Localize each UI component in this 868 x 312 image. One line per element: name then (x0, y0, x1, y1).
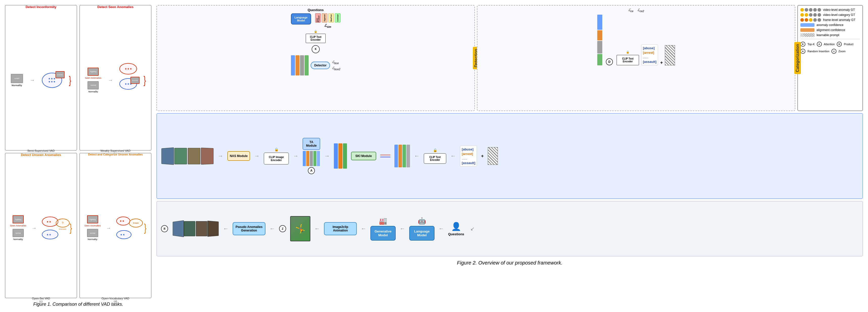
arrow-bottom-4: ← (361, 225, 366, 232)
detection-block: Questions Language Model (156, 5, 475, 111)
main-container: Detect Inconformity crowd Normality → ★★… (0, 0, 868, 312)
legend-item-4: anomaly confidence (800, 23, 860, 27)
random-symbol: R (800, 49, 805, 54)
cell-open-vocab: Detect and Categorize Unseen Anomalies F… (80, 153, 151, 299)
top-row: Questions Language Model (156, 5, 863, 111)
hatch-box-right (488, 147, 498, 165)
ta-module-box: TA Module (303, 138, 320, 150)
text-labels-box: [abuse] [arrest] ...... [assault] (641, 44, 658, 65)
arrow-4: → (324, 153, 330, 159)
categorization-vertical-label: Categorization (794, 42, 801, 74)
legend-item-1: video-level anomaly GT (800, 8, 860, 11)
generative-model-box: Generative Model (370, 226, 396, 241)
product-circle: D (606, 58, 613, 65)
arrow-bottom-1: ← (223, 225, 228, 232)
legend-item-6: learnable prompt (800, 33, 860, 37)
arrow-2: → (254, 153, 260, 159)
cell-d-label: Open-Vocabulary VAD (82, 297, 149, 300)
arrow-6: ← (451, 153, 456, 159)
text-labels-right: [abuse] [arrest] ...... [assault] (460, 146, 477, 166)
cell-b-title: Detect Seen Anomalies (97, 5, 133, 9)
learnable-prompt-box (665, 45, 675, 65)
product-symbol: D (837, 42, 842, 47)
bottom-row: R ← Pseudo Anomalies Generation ← Z 🤸 ← (156, 201, 863, 256)
categorization-block: ℒce ℒce2 D (477, 5, 795, 111)
cell-d-title: Detect and Categorize Unseen Anomalies (88, 153, 143, 156)
img2clip-box: Image2clip Animation (324, 222, 357, 235)
arrow-bottom-6: ← (438, 225, 444, 232)
legend-block: video-level anomaly GT video-level categ… (797, 5, 863, 111)
cell-c-label: Open-Set VAD (7, 297, 75, 300)
figure2-panel: Questions Language Model (156, 5, 863, 307)
clip-image-encoder-box: CLIP Image Encoder (264, 153, 289, 164)
clip-text-encoder-right: CLIP Text Encoder (424, 153, 446, 164)
nas-module-box: NAS Module (227, 151, 250, 161)
cell-open-set: Detect Unseen Anomalies Fighting Seen An… (5, 153, 77, 299)
arrow-5: ← (414, 153, 420, 159)
cell-weakly-supervised: Detect Seen Anomalies Fighting Seen Anom… (80, 5, 151, 151)
label-arrest: [arrest] (643, 51, 656, 55)
cell-semi-supervised: Detect Inconformity crowd Normality → ★★… (5, 5, 77, 151)
arrow-bottom-3: ← (314, 225, 320, 232)
arrow-bottom-5: ← (400, 225, 405, 232)
attention-symbol: A (817, 42, 822, 47)
cell-b-label: Weakly Supervised VAD (82, 149, 149, 152)
language-model-bottom-box: Language Model (409, 226, 434, 241)
cell-a-label: Semi-Supervised VAD (7, 149, 75, 152)
topk-symbol: K (800, 42, 805, 47)
label-assault: [assault] (643, 60, 656, 64)
cell-c-title: Detect Unseen Anomalies (21, 153, 61, 157)
arrow-1: → (218, 153, 223, 159)
video-frames (161, 148, 214, 164)
figure1-grid: Detect Inconformity crowd Normality → ★★… (5, 5, 151, 298)
figure1-panel: Detect Inconformity crowd Normality → ★★… (5, 5, 151, 307)
ski-module-box: SKI Module (351, 152, 376, 160)
pseudo-anomalies-box: Pseudo Anomalies Generation (232, 222, 266, 235)
random-circle-bottom: R (161, 225, 168, 232)
zoom-circle-bottom: Z (279, 225, 286, 232)
zoom-symbol: Z (831, 49, 836, 54)
clip-text-encoder2: CLIP Text Encoder (616, 55, 639, 65)
language-model-label: Language Model (293, 16, 309, 22)
cell-a-title: Detect Inconformity (26, 5, 56, 9)
legend-item-3: frame-level anomaly GT (800, 18, 860, 22)
legend-item-2: video-level category GT (800, 13, 860, 17)
legend-item-5: alignment confidence (800, 28, 860, 32)
arrow-3: → (293, 153, 299, 159)
middle-row: → NAS Module → 🔒 CLIP Image Encoder → TA… (156, 113, 863, 199)
questions-label: Questions (308, 8, 324, 12)
arrow-bottom-2: ← (270, 225, 275, 232)
language-model-box: Language Model (291, 13, 311, 25)
figure2-caption: Figure 2. Overview of our proposed frame… (156, 260, 863, 266)
label-abuse: [abuse] (643, 46, 656, 50)
label-dots: ...... (643, 55, 656, 59)
attention-circle-middle: A (308, 167, 315, 174)
detector-box: Detector (311, 62, 330, 69)
topk-circle: K (312, 45, 320, 53)
